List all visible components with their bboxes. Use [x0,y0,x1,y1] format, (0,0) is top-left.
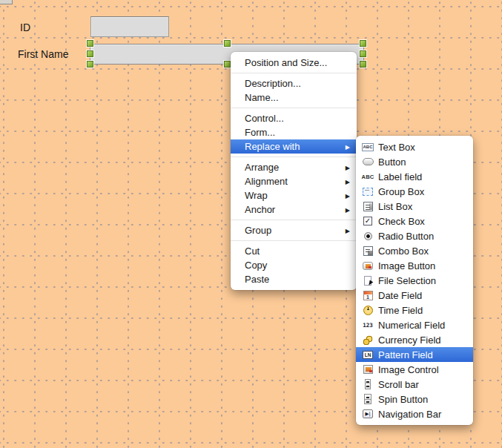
menu-item-cut[interactable]: Cut [231,244,357,258]
time-field-icon [361,304,374,316]
menu-separator [231,240,357,241]
pattern-field-icon: LN [361,349,374,360]
selection-handle-bottom-left[interactable] [87,61,93,67]
id-label: ID [20,22,30,33]
submenu-item-radio-button[interactable]: Radio Button [356,228,473,243]
submenu-item-check-box[interactable]: ✓ Check Box [356,214,473,228]
submenu-item-numerical-field[interactable]: 123 Numerical Field [356,317,473,332]
submenu-item-label-field[interactable]: ABC Label field [356,169,473,184]
label-field-icon: ABC [361,171,374,182]
menu-separator [231,157,357,157]
menu-item-arrange[interactable]: Arrange [231,160,357,174]
file-selection-icon [361,274,374,286]
menu-item-position-and-size[interactable]: Position and Size... [231,56,357,70]
image-control-icon [361,363,374,375]
menu-separator [231,73,357,73]
id-text-field[interactable] [90,16,169,37]
combo-box-icon [361,245,374,257]
menu-item-anchor[interactable]: Anchor [231,202,357,217]
menu-item-wrap[interactable]: Wrap [231,188,357,202]
submenu-item-spin-button[interactable]: Spin Button [356,392,473,406]
menu-item-group[interactable]: Group [231,223,357,237]
menu-item-copy[interactable]: Copy [231,258,357,272]
submenu-item-list-box[interactable]: List Box [356,199,473,214]
selection-handle-bottom-mid[interactable] [224,61,231,67]
canvas-corner-handle [0,0,13,4]
spin-button-icon [361,393,374,405]
selection-handle-top-mid[interactable] [224,40,231,47]
selection-handle-top-left[interactable] [87,40,93,47]
submenu-item-scroll-bar[interactable]: Scroll bar [356,377,473,392]
first-name-label: First Name [18,48,68,60]
image-button-icon [361,260,374,271]
selection-handle-bottom-right[interactable] [360,61,366,67]
menu-item-name[interactable]: Name... [231,90,357,105]
submenu-item-combo-box[interactable]: Combo Box [356,243,473,258]
submenu-item-currency-field[interactable]: Currency Field [356,332,473,347]
date-field-icon: 1 [361,289,374,301]
radio-button-icon [361,230,374,242]
menu-separator [231,220,357,220]
submenu-item-group-box[interactable]: Group Box [356,184,473,199]
submenu-item-button[interactable]: Button [356,154,473,169]
submenu-item-time-field[interactable]: Time Field [356,303,473,317]
numerical-field-icon: 123 [361,319,374,331]
text-box-icon: ABC [361,141,374,153]
submenu-item-image-button[interactable]: Image Button [356,258,473,273]
submenu-item-navigation-bar[interactable]: ▶| Navigation Bar [356,406,473,421]
currency-field-icon [361,334,374,346]
submenu-item-file-selection[interactable]: File Selection [356,273,473,288]
menu-item-replace-with[interactable]: Replace with [231,139,357,154]
selection-handle-top-right[interactable] [360,40,366,47]
form-design-canvas: ID First Name Position and Size... Descr… [0,0,502,448]
submenu-item-date-field[interactable]: 1 Date Field [356,288,473,303]
check-box-icon: ✓ [361,215,374,227]
group-box-icon [361,185,374,197]
replace-with-submenu: ABC Text Box Button ABC Label field Grou… [356,136,473,425]
menu-item-control[interactable]: Control... [231,111,357,125]
selection-handle-mid-right[interactable] [360,50,366,57]
navigation-bar-icon: ▶| [361,408,374,420]
scroll-bar-icon [361,378,374,390]
menu-separator [231,108,357,108]
submenu-item-image-control[interactable]: Image Control [356,362,473,377]
context-menu: Position and Size... Description... Name… [231,52,357,290]
selection-handle-mid-left[interactable] [87,50,93,57]
menu-item-paste[interactable]: Paste [231,272,357,286]
menu-item-description[interactable]: Description... [231,76,357,90]
submenu-item-text-box[interactable]: ABC Text Box [356,139,473,154]
submenu-item-pattern-field[interactable]: LN Pattern Field [356,347,473,362]
list-box-icon [361,200,374,212]
menu-item-alignment[interactable]: Alignment [231,174,357,188]
button-icon [361,156,374,168]
menu-item-form[interactable]: Form... [231,125,357,139]
